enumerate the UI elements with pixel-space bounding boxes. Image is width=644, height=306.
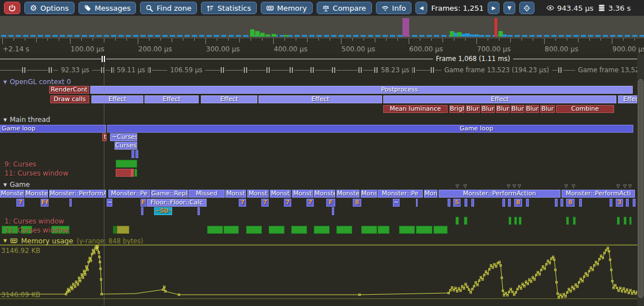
- section-header[interactable]: ▼Main thread: [3, 116, 50, 124]
- zone-bar[interactable]: [566, 217, 569, 225]
- zone-bar[interactable]: Brigh: [449, 105, 465, 113]
- zone-bar[interactable]: Game::Replay: [151, 190, 188, 198]
- goto-frame-button[interactable]: [519, 2, 535, 14]
- zone-bar[interactable]: 8: [353, 199, 361, 207]
- zone-bar[interactable]: [617, 217, 620, 225]
- compare-button[interactable]: Compare: [317, 2, 372, 14]
- options-button[interactable]: ⚙ Options: [24, 2, 75, 14]
- zone-bar[interactable]: Draw calls: [50, 95, 89, 103]
- zone-bar[interactable]: Blur: [511, 105, 524, 113]
- zone-bar[interactable]: Monst: [270, 190, 291, 198]
- zone-bar[interactable]: ~: [393, 199, 400, 207]
- frame-prev-button[interactable]: ◀: [415, 2, 427, 14]
- messages-button[interactable]: Messages: [78, 2, 137, 14]
- zone-bar[interactable]: [471, 199, 474, 207]
- zone-bar[interactable]: [314, 226, 330, 234]
- power-button[interactable]: [4, 2, 20, 14]
- zone-bar[interactable]: Monster::PerformAction: [439, 190, 560, 198]
- zone-bar[interactable]: Monst: [292, 190, 313, 198]
- zone-bar[interactable]: Floor::Floor::Calc: [147, 199, 207, 207]
- frame-histogram[interactable]: [0, 16, 644, 38]
- zone-bar[interactable]: [246, 226, 262, 234]
- zone-bar[interactable]: [269, 226, 284, 234]
- zone-bar[interactable]: Mons: [361, 190, 377, 198]
- scrollbar-thumb[interactable]: [638, 79, 643, 298]
- subframe-label[interactable]: Game frame 13,525: [575, 66, 644, 74]
- subframe-label[interactable]: 59.11 µs: [114, 66, 148, 74]
- histogram-bar[interactable]: [469, 34, 474, 37]
- zone-bar[interactable]: [610, 199, 612, 207]
- zone-bar[interactable]: Monster::PerformA: [49, 190, 106, 198]
- zone-bar[interactable]: 7: [239, 199, 246, 207]
- zone-bar[interactable]: Effect: [383, 95, 616, 103]
- subframe-label[interactable]: 58.23 µs: [378, 66, 412, 74]
- histogram-bar[interactable]: [402, 18, 409, 37]
- statistics-button[interactable]: Statistics: [201, 2, 256, 14]
- zone-bar[interactable]: 8: [514, 199, 522, 207]
- zone-bar[interactable]: RenderCont: [49, 86, 89, 94]
- zone-bar[interactable]: [224, 226, 239, 234]
- message-marker-icon[interactable]: ▽: [616, 183, 620, 189]
- lock-row-label[interactable]: 9: Curses: [5, 160, 36, 168]
- zone-bar[interactable]: [207, 226, 223, 234]
- zone-bar[interactable]: Missed: [189, 190, 225, 198]
- zone-bar[interactable]: [116, 160, 137, 168]
- zone-bar[interactable]: [132, 150, 134, 158]
- histogram-bar[interactable]: [250, 29, 255, 37]
- histogram-bar[interactable]: [474, 34, 479, 37]
- zone-bar[interactable]: 8: [566, 199, 575, 207]
- zone-bar[interactable]: [624, 217, 627, 225]
- memory-graph[interactable]: [0, 243, 644, 302]
- zone-bar[interactable]: Mons: [424, 190, 437, 198]
- zone-bar[interactable]: F: [141, 199, 146, 207]
- zone-bar[interactable]: [526, 199, 529, 207]
- subframe-label[interactable]: 106.59 µs: [167, 66, 205, 74]
- zone-bar[interactable]: [579, 199, 582, 207]
- histogram-bar[interactable]: [494, 18, 497, 37]
- subframe-label[interactable]: Game frame 13,523 (194.23 µs): [441, 66, 552, 74]
- zone-bar[interactable]: F: [326, 199, 335, 207]
- zone-bar[interactable]: [113, 226, 117, 234]
- lock-row-label[interactable]: 11: Curses window: [5, 226, 68, 234]
- message-marker-icon[interactable]: ▽: [518, 183, 521, 189]
- zone-bar[interactable]: [416, 226, 432, 234]
- zone-bar[interactable]: [416, 199, 418, 207]
- memory-button[interactable]: Memory: [261, 2, 313, 14]
- histogram-bar[interactable]: [260, 33, 265, 37]
- zone-bar[interactable]: Mean luminance: [383, 105, 448, 113]
- zone-bar[interactable]: Monste: [314, 190, 335, 198]
- zone-bar[interactable]: 7: [306, 199, 314, 207]
- message-marker-icon[interactable]: ▽: [507, 183, 510, 189]
- zone-bar[interactable]: 5: [453, 199, 461, 207]
- zone-bar[interactable]: ~50~: [154, 207, 172, 215]
- zone-bar[interactable]: 7: [284, 199, 291, 207]
- zone-bar[interactable]: [508, 199, 511, 207]
- zone-bar[interactable]: [378, 226, 389, 234]
- zone-bar[interactable]: Curses: [115, 142, 137, 150]
- zone-bar[interactable]: ~: [107, 199, 112, 207]
- zone-bar[interactable]: Blur: [540, 105, 555, 113]
- zone-bar[interactable]: 3: [616, 199, 623, 207]
- frame-marker-row[interactable]: Frame 1,068 (1.11 ms): [0, 54, 644, 64]
- zone-bar[interactable]: [141, 207, 143, 215]
- zone-bar[interactable]: Monster::Pe: [108, 190, 150, 198]
- zone-bar[interactable]: Monst: [247, 190, 269, 198]
- zone-bar[interactable]: Monste: [25, 190, 48, 198]
- frame-next-button[interactable]: ▶: [488, 2, 500, 14]
- zone-bar[interactable]: [629, 217, 632, 225]
- zone-bar[interactable]: Ff: [41, 199, 49, 207]
- zone-bar[interactable]: [519, 217, 522, 225]
- zone-bar[interactable]: [69, 199, 72, 207]
- zone-bar[interactable]: [116, 169, 132, 177]
- message-marker-icon[interactable]: ▽: [628, 183, 632, 189]
- zone-bar[interactable]: [107, 125, 633, 133]
- histogram-bar[interactable]: [265, 34, 270, 37]
- zone-bar[interactable]: [465, 199, 467, 207]
- zone-bar[interactable]: [560, 199, 563, 207]
- message-marker-icon[interactable]: ▽: [564, 183, 568, 189]
- zone-bar[interactable]: ~Curses: [110, 133, 137, 141]
- zone-bar[interactable]: [455, 217, 459, 225]
- histogram-bar[interactable]: [284, 35, 288, 37]
- zone-bar[interactable]: Effect: [201, 95, 257, 103]
- zone-bar[interactable]: [198, 207, 200, 215]
